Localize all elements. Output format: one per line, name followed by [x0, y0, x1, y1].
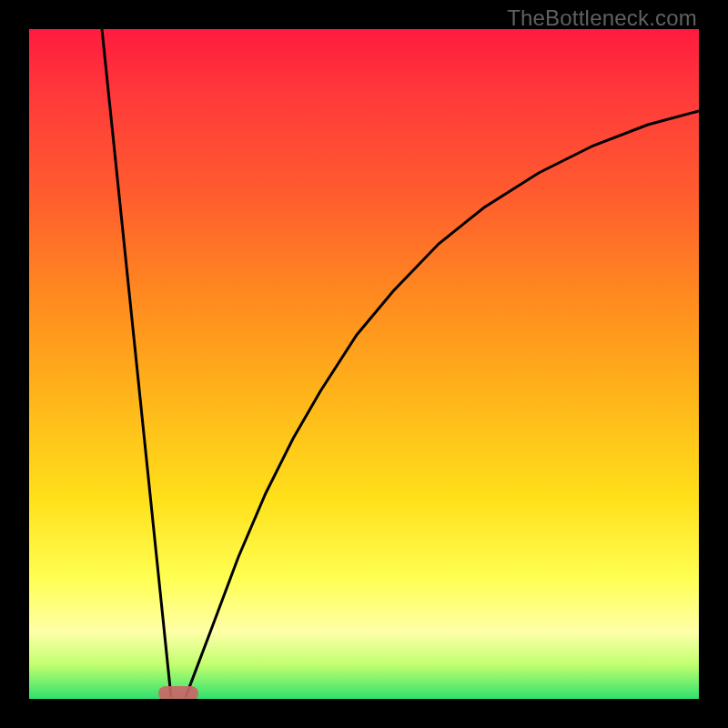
- watermark-text: TheBottleneck.com: [507, 5, 697, 31]
- right-curve: [186, 111, 699, 697]
- plot-area: [29, 29, 699, 699]
- left-line: [102, 29, 171, 697]
- bottleneck-marker: [158, 686, 198, 699]
- chart-frame: TheBottleneck.com: [0, 0, 728, 728]
- curve-svg: [29, 29, 699, 699]
